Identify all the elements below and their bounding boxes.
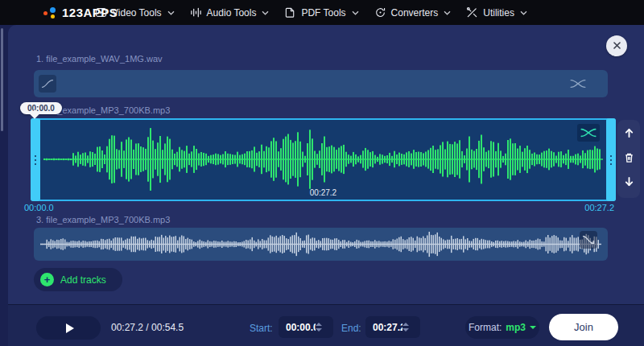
track-2-duration: 00:27.2	[32, 188, 614, 197]
audio-icon	[190, 6, 202, 19]
left-trim-handle[interactable]	[31, 118, 40, 201]
chevron-down-icon	[167, 10, 175, 15]
format-value: mp3	[506, 322, 526, 333]
close-button[interactable]	[606, 35, 627, 56]
plus-icon: +	[40, 273, 54, 286]
track-2-end-time: 00:27.2	[584, 203, 614, 212]
join-label: Join	[574, 321, 593, 333]
start-stepper[interactable]	[316, 323, 322, 332]
track-3-label: 3. file_example_MP3_700KB.mp3	[36, 215, 170, 224]
fade-in-icon[interactable]	[39, 75, 56, 93]
crossfade-icon[interactable]	[568, 76, 588, 91]
bottom-bar: 00:27.2 / 00:54.5 Start: End: Format: mp…	[8, 304, 644, 346]
track-1-label: 1. file_example_WAV_1MG.wav	[36, 54, 163, 64]
end-stepper[interactable]	[402, 323, 409, 332]
fade-out-icon[interactable]	[580, 231, 597, 249]
start-label: Start:	[250, 323, 273, 334]
start-time-input[interactable]	[279, 322, 316, 333]
track-1-bar[interactable]	[34, 70, 608, 97]
join-button[interactable]: Join	[549, 314, 618, 340]
time-display: 00:27.2 / 00:54.5	[111, 322, 184, 333]
delete-icon	[624, 152, 634, 167]
pdf-icon	[284, 6, 296, 19]
close-icon	[613, 39, 621, 53]
video-icon	[95, 6, 107, 19]
nav-converters[interactable]: Converters	[374, 6, 452, 19]
end-input-box	[365, 316, 420, 338]
logo-dots-icon	[43, 6, 56, 19]
chevron-down-icon	[262, 10, 269, 15]
nav-label: Video Tools	[112, 7, 162, 19]
end-label: End:	[341, 323, 361, 334]
format-label: Format:	[469, 322, 502, 333]
delete-track-button[interactable]	[620, 150, 638, 168]
nav-label: Audio Tools	[207, 7, 257, 19]
scrollbar-thumb[interactable]	[1, 28, 3, 131]
track-controls	[617, 120, 640, 198]
play-button[interactable]	[36, 316, 101, 340]
track-2-waveform	[43, 128, 603, 191]
nav-label: Converters	[391, 7, 439, 19]
chevron-down-icon	[520, 10, 527, 15]
move-up-icon	[624, 127, 634, 142]
crossfade-active-icon[interactable]	[577, 124, 600, 142]
move-down-button[interactable]	[620, 175, 638, 192]
converters-icon	[374, 6, 386, 19]
audio-joiner-app: 123APPS Video Tools Audio Tools PDF Tool…	[0, 0, 644, 346]
chevron-down-icon	[352, 10, 359, 15]
nav-menu: Video Tools Audio Tools PDF Tools Conver…	[95, 0, 527, 25]
play-icon	[66, 323, 74, 333]
move-down-icon	[624, 176, 634, 191]
format-caret-icon	[530, 326, 536, 329]
nav-label: PDF Tools	[301, 7, 345, 19]
top-nav: 123APPS Video Tools Audio Tools PDF Tool…	[0, 0, 644, 25]
nav-utilities[interactable]: Utilities	[466, 6, 527, 19]
utilities-icon	[466, 6, 478, 19]
playhead-tooltip: 00:00.0	[20, 102, 62, 114]
track-2-start-time: 00:00.0	[24, 203, 54, 212]
track-2-selected[interactable]: 00:27.2	[31, 118, 616, 201]
format-select[interactable]: Format: mp3	[465, 316, 539, 339]
add-tracks-label: Add tracks	[60, 274, 106, 286]
start-input-box	[279, 316, 333, 338]
right-trim-handle[interactable]	[606, 118, 616, 201]
end-time-input[interactable]	[365, 322, 402, 333]
nav-audio-tools[interactable]: Audio Tools	[190, 6, 270, 19]
chevron-down-icon	[444, 10, 451, 15]
nav-video-tools[interactable]: Video Tools	[95, 6, 175, 19]
move-up-button[interactable]	[620, 126, 638, 143]
add-tracks-button[interactable]: + Add tracks	[34, 268, 122, 291]
nav-label: Utilities	[483, 7, 514, 19]
nav-pdf-tools[interactable]: PDF Tools	[284, 6, 358, 19]
track-3-waveform	[40, 231, 601, 257]
track-3-bar[interactable]	[34, 228, 608, 261]
